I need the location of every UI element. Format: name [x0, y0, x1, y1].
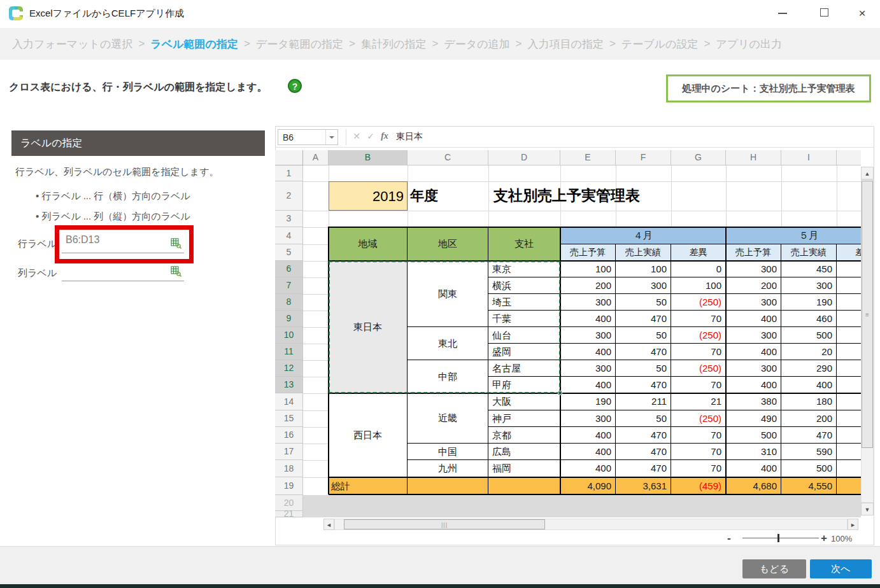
row-header-12[interactable]: 12	[275, 360, 303, 377]
cell-J16[interactable]	[837, 427, 861, 444]
cell-J9[interactable]	[837, 311, 861, 327]
row-header-16[interactable]: 16	[275, 427, 303, 444]
cell-I13[interactable]: 400	[781, 377, 837, 393]
cell-F6[interactable]: 100	[616, 261, 671, 277]
row-header-17[interactable]: 17	[275, 444, 303, 460]
year-cell[interactable]: 2019	[329, 181, 408, 211]
cell-G5[interactable]: 差異	[671, 244, 726, 261]
cell-H5[interactable]: 売上予算	[726, 244, 781, 261]
cell-D17[interactable]: 広島	[488, 444, 560, 460]
cell-H9[interactable]: 400	[726, 311, 781, 327]
zoom-slider[interactable]	[742, 538, 819, 538]
cell-J8[interactable]	[837, 294, 861, 311]
cell-H18[interactable]: 400	[726, 460, 781, 477]
cell-C4[interactable]: 地区	[408, 227, 488, 261]
column-header-C[interactable]: C	[408, 150, 488, 165]
cell-J14[interactable]	[837, 393, 861, 410]
cell-F19[interactable]: 3,631	[616, 477, 671, 495]
row-header-5[interactable]: 5	[275, 244, 303, 261]
cell-J5[interactable]: 差異	[837, 244, 861, 261]
cell-D19[interactable]	[488, 477, 560, 495]
row-header-21[interactable]: 21	[275, 511, 303, 517]
zoom-in-button[interactable]: +	[821, 532, 827, 545]
formula-input[interactable]: 東日本	[396, 131, 423, 143]
row-header-13[interactable]: 13	[275, 377, 303, 393]
cell-J10[interactable]	[837, 327, 861, 344]
cell-D15[interactable]: 神戸	[488, 410, 560, 427]
cell-J19[interactable]	[837, 477, 861, 495]
step-table-settings[interactable]: テーブルの設定	[621, 37, 699, 52]
row-header-4[interactable]: 4	[275, 227, 303, 244]
row-header-15[interactable]: 15	[275, 410, 303, 427]
cell-D18[interactable]: 福岡	[488, 460, 560, 477]
cell-G12[interactable]: (250)	[671, 360, 726, 377]
cell-F5[interactable]: 売上実績	[616, 244, 671, 261]
cell-E14[interactable]: 190	[560, 393, 616, 410]
cell-C14[interactable]: 近畿	[408, 393, 488, 444]
cell-G19[interactable]: (459)	[671, 477, 726, 495]
cell-E4[interactable]: ４月	[560, 227, 726, 244]
cell-I12[interactable]: 290	[781, 360, 837, 377]
cell-F11[interactable]: 470	[616, 344, 671, 360]
row-header-6[interactable]: 6	[275, 261, 303, 277]
cell-H15[interactable]: 490	[726, 410, 781, 427]
cell-D14[interactable]: 大阪	[488, 393, 560, 410]
cell-E12[interactable]: 300	[560, 360, 616, 377]
cell-G15[interactable]: (250)	[671, 410, 726, 427]
cell-G17[interactable]: 70	[671, 444, 726, 460]
cell-H14[interactable]: 380	[726, 393, 781, 410]
row-header-11[interactable]: 11	[275, 344, 303, 360]
cell-C19[interactable]	[408, 477, 488, 495]
step-input-items[interactable]: 入力項目の指定	[527, 37, 603, 52]
step-data-range[interactable]: データ範囲の指定	[256, 37, 343, 52]
cell-F16[interactable]: 470	[616, 427, 671, 444]
cell-I8[interactable]: 190	[781, 294, 837, 311]
column-header-E[interactable]: E	[560, 150, 616, 165]
cell-F10[interactable]: 50	[616, 327, 671, 344]
cell-I6[interactable]: 450	[781, 261, 837, 277]
cell-H11[interactable]: 400	[726, 344, 781, 360]
cell-F18[interactable]: 470	[616, 460, 671, 477]
cell-I7[interactable]: 300	[781, 277, 837, 294]
cell-H7[interactable]: 200	[726, 277, 781, 294]
select-all-corner[interactable]	[275, 150, 303, 165]
row-header-18[interactable]: 18	[275, 460, 303, 477]
cell-E10[interactable]: 300	[560, 327, 616, 344]
cell-E19[interactable]: 4,090	[560, 477, 616, 495]
help-icon[interactable]: ?	[288, 79, 302, 93]
cell-G18[interactable]: 70	[671, 460, 726, 477]
row-header-19[interactable]: 19	[275, 477, 303, 495]
step-app-output[interactable]: アプリの出力	[716, 37, 782, 52]
cell-J17[interactable]	[837, 444, 861, 460]
scroll-left-icon[interactable]: ◄	[323, 519, 334, 530]
vertical-scroll-thumb[interactable]: ≡	[862, 181, 873, 448]
cell-C18[interactable]: 九州	[408, 460, 488, 477]
scroll-down-icon[interactable]: ▼	[861, 503, 874, 515]
cell-I14[interactable]: 180	[781, 393, 837, 410]
back-button[interactable]: もどる	[742, 559, 806, 578]
cell-I18[interactable]: 500	[781, 460, 837, 477]
cell-G7[interactable]: 100	[671, 277, 726, 294]
cell-E17[interactable]: 400	[560, 444, 616, 460]
cell-J7[interactable]	[837, 277, 861, 294]
formula-confirm-icon[interactable]: ✓	[364, 131, 377, 141]
column-header-I[interactable]: I	[781, 150, 837, 165]
cell-E8[interactable]: 300	[560, 294, 616, 311]
row-header-3[interactable]: 3	[275, 211, 303, 227]
row-header-1[interactable]: 1	[275, 165, 303, 181]
cell-J13[interactable]	[837, 377, 861, 393]
cell-E18[interactable]: 400	[560, 460, 616, 477]
step-add-data[interactable]: データの追加	[444, 37, 509, 52]
cell-I17[interactable]: 590	[781, 444, 837, 460]
cell-E5[interactable]: 売上予算	[560, 244, 616, 261]
cell-F13[interactable]: 470	[616, 377, 671, 393]
cell-F12[interactable]: 50	[616, 360, 671, 377]
cell-G13[interactable]: 70	[671, 377, 726, 393]
cell-G16[interactable]: 70	[671, 427, 726, 444]
cell-G11[interactable]: 70	[671, 344, 726, 360]
cell-E16[interactable]: 400	[560, 427, 616, 444]
cell-B19[interactable]: 総計	[329, 477, 408, 495]
cell-I11[interactable]: 20	[781, 344, 837, 360]
cell-F15[interactable]: 50	[616, 410, 671, 427]
horizontal-scroll-thumb[interactable]: |||	[344, 519, 545, 529]
